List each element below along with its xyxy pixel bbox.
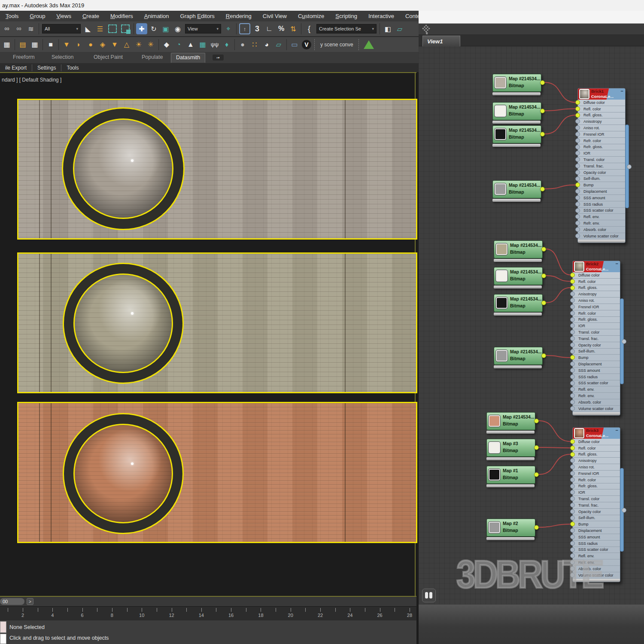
zoom-region-icon[interactable] (422, 24, 431, 33)
material-node[interactable]: Brick1CoronaLe...−Diffuse colorRefl. col… (577, 88, 626, 243)
material-slot-row[interactable]: Transl. color (573, 329, 620, 336)
input-socket[interactable] (570, 516, 575, 520)
material-node[interactable]: Brick2CoronaLe...−Diffuse colorRefl. col… (572, 261, 620, 416)
video-camera-icon[interactable]: ■ (45, 39, 56, 50)
input-socket[interactable] (570, 439, 575, 444)
physical-camera-icon[interactable]: ▦ (197, 39, 208, 50)
input-socket[interactable] (570, 509, 575, 514)
material-slot-row[interactable]: Aniso rot. (573, 464, 620, 471)
bitmap-node[interactable]: Map #214534...Bitmap (486, 412, 535, 430)
input-socket[interactable] (570, 349, 575, 354)
mini-listener-script-pane[interactable] (0, 634, 6, 644)
sun-positioner-icon[interactable]: ☀ (133, 39, 144, 50)
material-slot-row[interactable]: IOR (573, 489, 620, 496)
bitmap-node[interactable]: Map #1Bitmap (486, 466, 535, 484)
input-socket[interactable] (570, 446, 575, 450)
output-socket[interactable] (534, 472, 539, 477)
material-slot-row[interactable]: Transl. frac. (573, 502, 620, 509)
menu-item-views[interactable]: Views (51, 13, 77, 19)
preview-ring[interactable] (62, 107, 185, 230)
spinner-snap-toggle-icon[interactable]: ⇅ (288, 23, 299, 34)
ribbon-tab-selection[interactable]: Selection (52, 54, 73, 60)
ribbon-overflow-icon[interactable]: ▪▾ (213, 55, 224, 61)
material-preview-strip[interactable] (17, 402, 417, 543)
mesh-light-icon[interactable]: ◈ (97, 39, 108, 50)
ribbon-item-settings[interactable]: Settings (32, 65, 61, 71)
preview-sphere[interactable] (73, 273, 173, 373)
input-socket[interactable] (570, 374, 575, 379)
ribbon-item-tools[interactable]: Tools (61, 65, 84, 71)
material-slot-row[interactable]: Refr. gloss. (573, 317, 620, 323)
material-slot-row[interactable]: Opacity color (578, 170, 625, 176)
ribbon-tab-datasmith[interactable]: Datasmith (171, 53, 205, 63)
free-light-icon[interactable]: △ (121, 39, 132, 50)
collapse-icon[interactable]: − (616, 261, 618, 266)
select-and-scale-icon[interactable]: ▣ (160, 23, 171, 34)
input-socket[interactable] (570, 406, 575, 411)
input-socket[interactable] (570, 471, 575, 476)
material-slot-row[interactable]: SSS amount (578, 195, 625, 201)
input-socket[interactable] (570, 336, 575, 341)
bitmap-node[interactable]: Map #3Bitmap (486, 439, 535, 457)
selection-filter-dropdown[interactable]: All ▾ (42, 24, 81, 33)
input-socket[interactable] (570, 503, 575, 507)
material-slot-row[interactable]: Transl. frac. (573, 336, 620, 342)
next-frame-button[interactable]: > (27, 598, 33, 605)
clipboard-icon[interactable]: ▦ (1, 39, 12, 50)
input-socket[interactable] (575, 170, 580, 175)
time-slider-field[interactable]: 00 (0, 598, 24, 605)
material-slot-row[interactable]: Diffuse color (573, 272, 620, 279)
output-socket[interactable] (541, 301, 546, 305)
material-slot-row[interactable]: Refl. env. (578, 214, 625, 220)
scatter-grass-icon[interactable]: ψψ (209, 39, 220, 50)
material-slot-row[interactable]: Refr. color (573, 477, 620, 483)
material-slot-row[interactable]: SSS radius (573, 374, 620, 380)
named-selection-set-dropdown[interactable]: Create Selection Se ▾ (316, 24, 377, 33)
menu-item-customize[interactable]: Customize (292, 13, 330, 19)
material-node-header[interactable]: Brick2CoronaLe...− (573, 261, 620, 272)
material-slot-row[interactable]: Refr. env. (578, 220, 625, 227)
edit-named-selection-sets-icon[interactable]: { (304, 23, 315, 34)
collapse-icon[interactable]: − (621, 88, 623, 94)
material-slot-row[interactable]: Opacity color (573, 509, 620, 515)
material-slot-row[interactable]: Diffuse color (578, 100, 625, 106)
material-preview-strip[interactable] (17, 99, 417, 240)
input-socket[interactable] (570, 343, 575, 347)
material-slot-row[interactable]: SSS amount (573, 534, 620, 541)
material-slot-row[interactable]: Refl. gloss. (578, 112, 625, 119)
cloth-garment-icon[interactable] (364, 40, 374, 49)
material-slot-row[interactable]: Aniso rot. (573, 298, 620, 304)
angle-snap-toggle-icon[interactable]: ∟ (264, 23, 275, 34)
percent-snap-toggle-icon[interactable]: % (276, 23, 287, 34)
material-slot-row[interactable]: Absorb. color (578, 227, 625, 233)
use-pivot-point-center-icon[interactable]: ⌖ (223, 23, 234, 34)
input-socket[interactable] (570, 541, 575, 546)
input-socket[interactable] (575, 234, 580, 238)
layers-icon[interactable]: ▱ (273, 39, 284, 50)
toolbar-drag-handle[interactable] (314, 39, 315, 50)
select-and-manipulate-icon[interactable]: ↑ (239, 23, 250, 34)
fire-effect-icon[interactable]: ♦ (221, 39, 232, 50)
timeline-ruler[interactable]: 246810121416182022242628 (0, 606, 416, 621)
layer-explorer-icon[interactable]: ▱ (394, 23, 405, 34)
bitmap-node[interactable]: Map #214534...Bitmap (492, 180, 541, 198)
material-slot-row[interactable]: Refr. env. (573, 393, 620, 399)
menu-item-animation[interactable]: Animation (139, 13, 175, 19)
material-slot-row[interactable]: Refl. gloss. (573, 285, 620, 292)
material-slot-row[interactable]: Anisotropy (573, 291, 620, 298)
ribbon-tab-populate[interactable]: Populate (142, 54, 163, 60)
material-slot-row[interactable]: Diffuse color (573, 439, 620, 445)
output-socket[interactable] (534, 525, 539, 530)
output-socket[interactable] (534, 419, 539, 423)
vray-logo-icon[interactable]: V (302, 40, 311, 49)
menu-item-rendering[interactable]: Rendering (220, 13, 257, 19)
bitmap-node[interactable]: Map #214534...Bitmap (492, 125, 541, 143)
bitmap-node[interactable]: Map #214534...Bitmap (494, 267, 543, 285)
material-output-socket[interactable] (622, 339, 626, 344)
material-slot-row[interactable]: SSS amount (573, 368, 620, 374)
material-slot-row[interactable]: Refr. gloss. (573, 483, 620, 490)
material-slot-row[interactable]: Displacement (578, 188, 625, 195)
bind-to-space-warp-icon[interactable]: ≋ (25, 23, 36, 34)
material-slot-row[interactable]: Transl. color (578, 157, 625, 163)
input-socket[interactable] (570, 286, 575, 290)
